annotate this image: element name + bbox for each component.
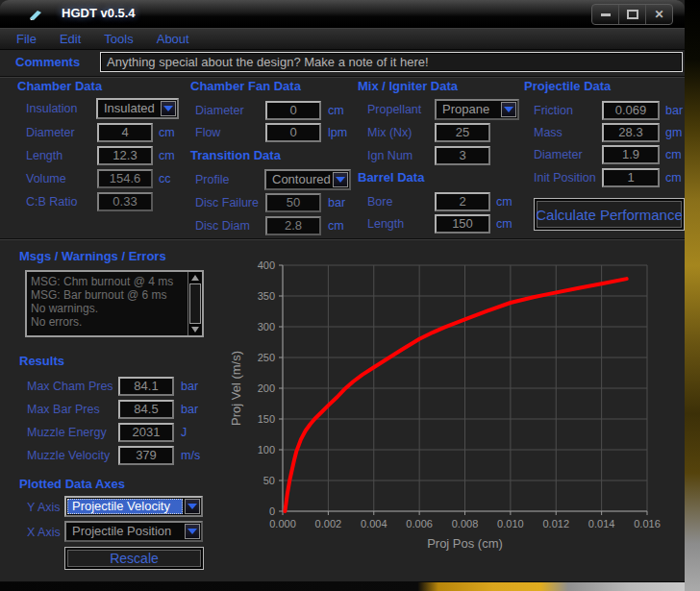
profile-dropdown[interactable]: Contoured bbox=[264, 169, 351, 190]
y-axis-value: Projectile Velocity bbox=[67, 499, 183, 514]
maximize-button[interactable] bbox=[618, 5, 645, 24]
y-axis-title: Proj Vel (m/s) bbox=[229, 351, 243, 426]
chevron-down-glyph bbox=[504, 107, 513, 112]
fan-diameter-unit: cm bbox=[328, 104, 344, 117]
chevron-down-icon[interactable] bbox=[185, 499, 200, 514]
x-axis-value: Projectile Position bbox=[67, 524, 183, 539]
chevron-down-icon[interactable] bbox=[501, 102, 516, 117]
y-tick-label: 300 bbox=[258, 321, 275, 332]
barrel-length-field[interactable]: 150 bbox=[435, 214, 490, 234]
muzzle-energy-field: 2031 bbox=[118, 423, 174, 442]
fan-diameter-label: Diameter bbox=[195, 104, 244, 117]
application-window: HGDT v0.5.4 ✕ File Edit Tools About Comm… bbox=[0, 0, 685, 582]
x-tick-label: 0.016 bbox=[634, 518, 661, 529]
comments-label: Comments bbox=[15, 55, 80, 69]
fan-flow-label: Flow bbox=[195, 126, 220, 139]
bore-label: Bore bbox=[367, 195, 392, 209]
max-cham-pres-field: 84.1 bbox=[118, 377, 174, 396]
muzzle-velocity-label: Muzzle Velocity bbox=[27, 449, 110, 462]
messages-scrollbar[interactable] bbox=[188, 272, 202, 335]
ign-num-field[interactable]: 3 bbox=[435, 146, 490, 165]
insulation-dropdown[interactable]: Insulated bbox=[96, 98, 179, 119]
y-axis-dropdown[interactable]: Projectile Velocity bbox=[64, 496, 203, 517]
init-position-label: Init Position bbox=[534, 171, 596, 185]
insulation-label: Insulation bbox=[26, 102, 78, 115]
projectile-diameter-unit: cm bbox=[665, 148, 682, 161]
mix-nx-field[interactable]: 25 bbox=[435, 123, 490, 142]
menu-item-tools[interactable]: Tools bbox=[92, 32, 144, 46]
y-tick-label: 250 bbox=[258, 352, 275, 363]
fan-flow-unit: lpm bbox=[328, 126, 347, 139]
propellant-dropdown[interactable]: Propane bbox=[435, 99, 519, 120]
window-controls: ✕ bbox=[591, 4, 673, 25]
init-position-unit: cm bbox=[665, 171, 682, 185]
barrel-length-label: Length bbox=[367, 217, 404, 231]
mix-igniter-data-heading: Mix / Igniter Data bbox=[358, 79, 458, 93]
disc-failure-label: Disc Failure bbox=[195, 196, 259, 209]
desktop-background-right bbox=[685, 0, 700, 591]
scrollbar-thumb[interactable] bbox=[189, 283, 201, 324]
profile-value: Contoured bbox=[267, 172, 331, 187]
chamber-data-heading: Chamber Data bbox=[17, 79, 102, 93]
x-tick-label: 0.008 bbox=[452, 518, 479, 529]
comments-input[interactable]: Anything special about the design? Make … bbox=[100, 52, 683, 72]
cb-ratio-label: C:B Ratio bbox=[26, 195, 78, 209]
max-bar-pres-field: 84.5 bbox=[118, 400, 174, 419]
chevron-down-icon[interactable] bbox=[185, 524, 200, 539]
window-title: HGDT v0.5.4 bbox=[62, 6, 136, 20]
x-tick-label: 0.006 bbox=[406, 518, 433, 529]
bore-field[interactable]: 2 bbox=[435, 192, 490, 211]
friction-field[interactable]: 0.069 bbox=[602, 101, 660, 120]
messages-heading: Msgs / Warnings / Errors bbox=[19, 249, 166, 263]
chamber-length-field[interactable]: 12.3 bbox=[97, 146, 153, 165]
divider bbox=[0, 76, 685, 78]
chamber-fan-data-heading: Chamber Fan Data bbox=[190, 79, 301, 93]
projectile-diameter-field[interactable]: 1.9 bbox=[602, 145, 660, 164]
message-line: No warnings. bbox=[27, 302, 202, 315]
max-bar-pres-unit: bar bbox=[181, 403, 198, 416]
calculate-performance-button[interactable]: Calculate Performance bbox=[534, 198, 685, 231]
minimize-button[interactable] bbox=[592, 5, 618, 24]
y-axis-label: Y Axis bbox=[27, 501, 61, 514]
chamber-volume-field: 154.6 bbox=[97, 169, 153, 188]
mass-label: Mass bbox=[534, 126, 562, 139]
disc-diam-unit: cm bbox=[328, 219, 344, 233]
disc-diam-label: Disc Diam bbox=[195, 219, 250, 233]
chevron-down-icon[interactable] bbox=[333, 172, 348, 187]
message-line: MSG: Chm burnout @ 4 ms bbox=[27, 275, 202, 288]
disc-diam-field[interactable]: 2.8 bbox=[265, 216, 321, 235]
y-tick-label: 350 bbox=[258, 290, 275, 302]
mass-field[interactable]: 28.3 bbox=[602, 123, 660, 142]
x-tick-label: 0.000 bbox=[269, 518, 296, 529]
close-button[interactable]: ✕ bbox=[645, 5, 672, 24]
menu-bar: File Edit Tools About bbox=[0, 28, 685, 50]
x-axis-dropdown[interactable]: Projectile Position bbox=[64, 521, 203, 542]
messages-box[interactable]: MSG: Chm burnout @ 4 ms MSG: Bar burnout… bbox=[25, 270, 204, 337]
minimize-icon bbox=[601, 13, 611, 16]
chamber-diameter-field[interactable]: 4 bbox=[97, 123, 153, 142]
bore-unit: cm bbox=[496, 195, 512, 209]
message-line: MSG: Bar burnout @ 6 ms bbox=[27, 288, 202, 302]
chamber-volume-unit: cc bbox=[159, 172, 171, 185]
title-bar: HGDT v0.5.4 ✕ bbox=[0, 0, 685, 28]
chevron-down-icon[interactable] bbox=[161, 101, 176, 116]
menu-item-file[interactable]: File bbox=[5, 32, 48, 46]
disc-failure-field[interactable]: 50 bbox=[265, 193, 321, 212]
init-position-field[interactable]: 1 bbox=[602, 168, 660, 187]
transition-data-heading: Transition Data bbox=[190, 148, 281, 162]
x-axis-title: Proj Pos (cm) bbox=[427, 536, 503, 551]
fan-diameter-field[interactable]: 0 bbox=[265, 101, 321, 120]
rescale-button[interactable]: Rescale bbox=[64, 547, 204, 570]
maximize-icon bbox=[627, 10, 638, 19]
menu-item-edit[interactable]: Edit bbox=[48, 32, 92, 46]
disc-failure-unit: bar bbox=[328, 196, 345, 209]
menu-item-about[interactable]: About bbox=[145, 32, 201, 46]
scroll-up-icon[interactable] bbox=[191, 275, 199, 281]
y-tick-label: 400 bbox=[258, 259, 275, 271]
fan-flow-field[interactable]: 0 bbox=[265, 123, 321, 142]
scroll-down-icon[interactable] bbox=[191, 327, 199, 332]
y-tick-label: 100 bbox=[258, 444, 275, 456]
plotted-data-axes-heading: Plotted Data Axes bbox=[19, 477, 125, 491]
y-tick-label: 200 bbox=[258, 382, 275, 394]
chamber-volume-label: Volume bbox=[26, 172, 66, 185]
